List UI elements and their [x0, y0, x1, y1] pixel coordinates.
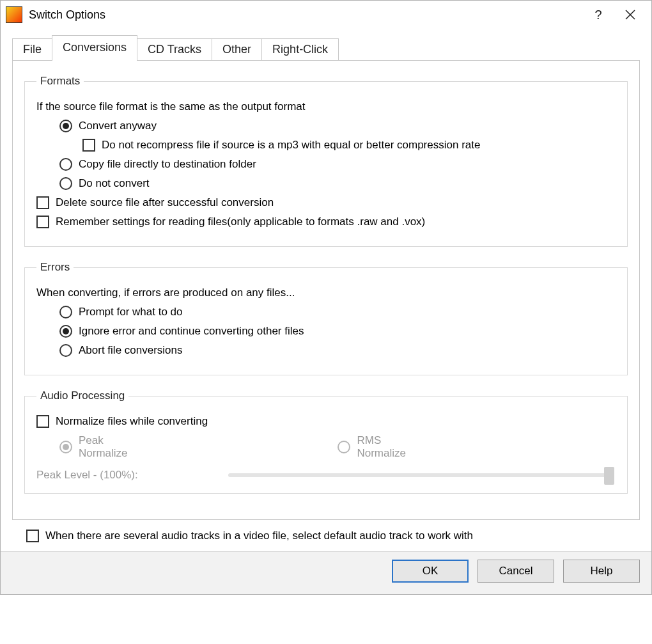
radio-convert-anyway[interactable]: Convert anyway	[59, 120, 616, 132]
titlebar: Switch Options ?	[1, 1, 651, 29]
radio-icon	[59, 158, 72, 171]
help-button[interactable]: Help	[563, 560, 640, 583]
tab-cd-tracks[interactable]: CD Tracks	[137, 38, 212, 61]
tab-content-conversions: Formats If the source file format is the…	[12, 60, 640, 520]
radio-icon	[59, 344, 72, 357]
window-title: Switch Options	[29, 8, 582, 22]
app-icon	[6, 6, 22, 23]
checkbox-icon	[82, 139, 95, 152]
peak-level-slider	[228, 473, 610, 477]
checkbox-icon	[36, 216, 49, 228]
radio-do-not-convert[interactable]: Do not convert	[59, 177, 616, 190]
check-delete-source[interactable]: Delete source file after successful conv…	[36, 196, 616, 209]
radio-errors-abort[interactable]: Abort file conversions	[59, 344, 616, 357]
tab-right-click[interactable]: Right-Click	[261, 38, 339, 61]
formats-lead: If the source file format is the same as…	[36, 100, 616, 113]
radio-label: Copy file directly to destination folder	[79, 158, 256, 171]
normalize-mode-row: Peak Normalize RMS Normalize	[59, 434, 616, 460]
check-remember-settings[interactable]: Remember settings for reading files(only…	[36, 216, 616, 228]
audio-processing-group: Audio Processing Normalize files while c…	[24, 389, 628, 494]
tab-file[interactable]: File	[12, 38, 52, 61]
errors-lead: When converting, if errors are produced …	[36, 287, 616, 299]
ok-button[interactable]: OK	[392, 560, 469, 583]
cancel-button[interactable]: Cancel	[477, 560, 554, 583]
check-label: Normalize files while converting	[56, 415, 208, 428]
radio-icon	[59, 177, 72, 190]
formats-legend: Formats	[36, 75, 84, 88]
radio-label: Do not convert	[79, 177, 150, 190]
radio-label: Prompt for what to do	[79, 306, 183, 318]
errors-legend: Errors	[36, 261, 74, 274]
peak-level-label: Peak Level - (100%):	[36, 469, 228, 482]
radio-label: RMS Normalize	[357, 434, 424, 460]
radio-icon	[59, 120, 72, 132]
peak-level-row: Peak Level - (100%):	[36, 469, 616, 482]
check-label: Delete source file after successful conv…	[56, 196, 274, 209]
check-normalize[interactable]: Normalize files while converting	[36, 415, 616, 428]
radio-label: Ignore error and continue converting oth…	[79, 325, 304, 338]
radio-label: Convert anyway	[79, 120, 157, 132]
check-label: Remember settings for reading files(only…	[56, 216, 425, 228]
checkbox-icon	[26, 530, 39, 542]
radio-icon	[59, 325, 72, 338]
radio-peak-normalize: Peak Normalize	[59, 434, 146, 460]
tab-other[interactable]: Other	[212, 38, 262, 61]
check-label: Do not recompress file if source is a mp…	[102, 139, 480, 152]
options-dialog: Switch Options ? File Conversions CD Tra…	[0, 0, 652, 595]
check-no-recompress[interactable]: Do not recompress file if source is a mp…	[82, 139, 616, 152]
errors-group: Errors When converting, if errors are pr…	[24, 261, 628, 375]
tab-conversions[interactable]: Conversions	[52, 35, 137, 61]
radio-icon	[59, 441, 72, 453]
radio-errors-ignore[interactable]: Ignore error and continue converting oth…	[59, 325, 616, 338]
formats-group: Formats If the source file format is the…	[24, 75, 628, 247]
radio-rms-normalize: RMS Normalize	[338, 434, 424, 460]
check-label: When there are several audio tracks in a…	[45, 530, 473, 542]
checkbox-icon	[36, 415, 49, 428]
radio-copy-direct[interactable]: Copy file directly to destination folder	[59, 158, 616, 171]
help-icon[interactable]: ?	[582, 1, 614, 29]
slider-thumb-icon	[604, 467, 614, 485]
dialog-footer: OK Cancel Help	[1, 551, 651, 594]
close-icon[interactable]	[614, 1, 646, 29]
tabbar: File Conversions CD Tracks Other Right-C…	[1, 29, 651, 61]
checkbox-icon	[36, 196, 49, 209]
radio-icon	[338, 441, 350, 453]
radio-label: Peak Normalize	[79, 434, 146, 460]
audio-legend: Audio Processing	[36, 389, 128, 402]
check-video-audio-tracks[interactable]: When there are several audio tracks in a…	[26, 530, 640, 542]
radio-icon	[59, 306, 72, 318]
radio-errors-prompt[interactable]: Prompt for what to do	[59, 306, 616, 318]
radio-label: Abort file conversions	[79, 344, 183, 357]
